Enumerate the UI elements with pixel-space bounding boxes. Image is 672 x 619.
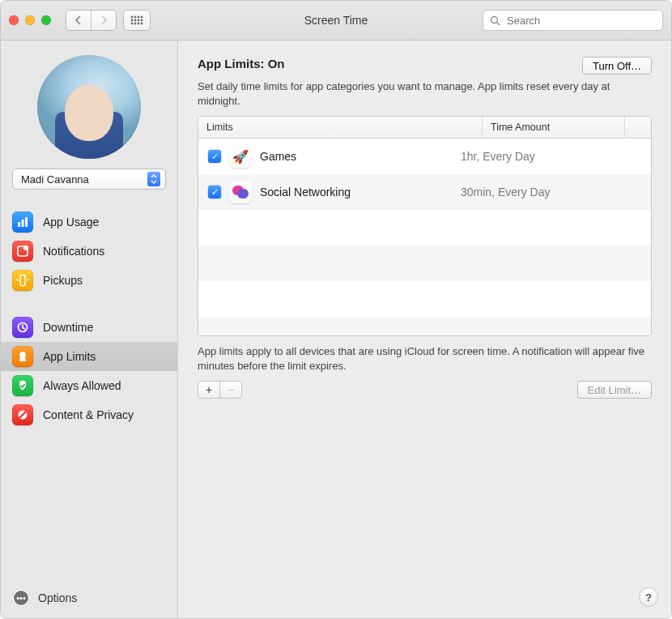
sidebar-item-always-allowed[interactable]: Always Allowed — [1, 371, 177, 400]
pickups-icon — [12, 270, 33, 291]
column-limits[interactable]: Limits — [198, 117, 483, 138]
sidebar-item-notifications[interactable]: Notifications — [1, 237, 177, 266]
add-limit-button[interactable]: + — [198, 381, 220, 399]
edit-limit-button[interactable]: Edit Limit… — [577, 381, 652, 399]
table-body: ✓ 🚀 Games 1hr, Every Day ✓ Social Networ… — [198, 139, 651, 335]
options-icon: ••• — [12, 589, 30, 607]
limit-time: 1hr, Every Day — [461, 150, 535, 163]
svg-rect-14 — [18, 222, 20, 227]
svg-point-5 — [134, 19, 137, 22]
notifications-icon — [12, 241, 33, 262]
minimize-button[interactable] — [25, 15, 35, 25]
sidebar-item-label: Downtime — [43, 321, 93, 334]
app-limits-icon — [12, 346, 33, 367]
svg-point-8 — [131, 23, 134, 25]
svg-point-12 — [491, 16, 498, 23]
screen-time-window: Screen Time Madi Cavanna — [0, 0, 672, 619]
sidebar-item-content-privacy[interactable]: Content & Privacy — [1, 400, 177, 429]
svg-point-2 — [138, 16, 140, 19]
svg-point-0 — [131, 16, 134, 19]
limit-name: Social Networking — [260, 186, 453, 199]
options-label: Options — [38, 591, 77, 604]
table-row[interactable]: ✓ 🚀 Games 1hr, Every Day — [198, 139, 651, 174]
body: Madi Cavanna App Usage Notifications — [1, 41, 671, 618]
nav-back-forward — [66, 10, 117, 31]
svg-point-7 — [141, 19, 143, 22]
svg-point-11 — [141, 23, 143, 25]
search-field[interactable] — [483, 10, 663, 31]
svg-point-3 — [141, 16, 143, 19]
page-title: App Limits: On — [198, 57, 285, 70]
user-avatar — [37, 55, 141, 159]
zoom-button[interactable] — [41, 15, 51, 25]
sidebar-options[interactable]: ••• Options — [1, 580, 177, 618]
limit-checkbox[interactable]: ✓ — [208, 150, 221, 163]
sidebar-item-downtime[interactable]: Downtime — [1, 313, 177, 342]
limit-checkbox[interactable]: ✓ — [208, 186, 221, 199]
user-select[interactable]: Madi Cavanna — [12, 169, 166, 190]
chevron-up-down-icon — [147, 172, 160, 186]
content-privacy-icon — [12, 404, 33, 425]
downtime-icon — [12, 317, 33, 338]
limit-time: 30min, Every Day — [461, 186, 550, 199]
svg-point-18 — [23, 245, 28, 250]
sidebar-item-label: App Limits — [43, 350, 96, 363]
window-controls — [9, 15, 51, 25]
user-name: Madi Cavanna — [21, 173, 89, 186]
svg-point-9 — [134, 23, 137, 25]
svg-point-10 — [138, 23, 140, 25]
social-networking-icon — [229, 181, 252, 203]
main-panel: App Limits: On Turn Off… Set daily time … — [178, 41, 671, 618]
back-button[interactable] — [66, 11, 91, 30]
sidebar-item-app-usage[interactable]: App Usage — [1, 207, 177, 237]
limit-name: Games — [260, 150, 453, 163]
sidebar: Madi Cavanna App Usage Notifications — [1, 41, 178, 618]
svg-point-4 — [131, 19, 134, 22]
forward-button[interactable] — [91, 11, 116, 30]
column-time-amount[interactable]: Time Amount — [483, 117, 625, 138]
search-input[interactable] — [505, 14, 656, 28]
app-usage-icon — [12, 211, 33, 233]
sidebar-item-pickups[interactable]: Pickups — [1, 266, 177, 295]
svg-rect-15 — [22, 220, 24, 227]
sidebar-item-label: Always Allowed — [43, 379, 121, 392]
column-trailing — [625, 117, 651, 138]
sidebar-item-label: Pickups — [43, 274, 83, 287]
titlebar: Screen Time — [1, 1, 671, 41]
page-description: Set daily time limits for app categories… — [178, 79, 670, 116]
svg-point-6 — [138, 19, 140, 22]
table-header: Limits Time Amount — [198, 117, 651, 139]
svg-rect-19 — [20, 275, 25, 286]
svg-point-1 — [134, 16, 137, 19]
search-icon — [490, 15, 500, 26]
svg-line-13 — [497, 22, 500, 25]
sidebar-item-label: App Usage — [43, 216, 99, 228]
footnote: App limits apply to all devices that are… — [178, 336, 671, 378]
table-toolbar: + − Edit Limit… — [178, 378, 671, 399]
games-icon: 🚀 — [229, 145, 252, 168]
close-button[interactable] — [9, 15, 19, 25]
show-all-button[interactable] — [123, 10, 151, 31]
sidebar-item-label: Notifications — [43, 245, 104, 258]
grid-icon — [130, 15, 143, 25]
always-allowed-icon — [12, 375, 33, 396]
svg-rect-16 — [25, 217, 28, 227]
sidebar-item-label: Content & Privacy — [43, 408, 134, 421]
limits-table: Limits Time Amount ✓ 🚀 Games 1hr, Every … — [198, 116, 652, 336]
turn-off-button[interactable]: Turn Off… — [582, 57, 652, 75]
help-button[interactable]: ? — [639, 587, 658, 607]
sidebar-item-app-limits[interactable]: App Limits — [1, 342, 177, 371]
table-row[interactable]: ✓ Social Networking 30min, Every Day — [198, 174, 651, 210]
remove-limit-button[interactable]: − — [219, 381, 242, 399]
